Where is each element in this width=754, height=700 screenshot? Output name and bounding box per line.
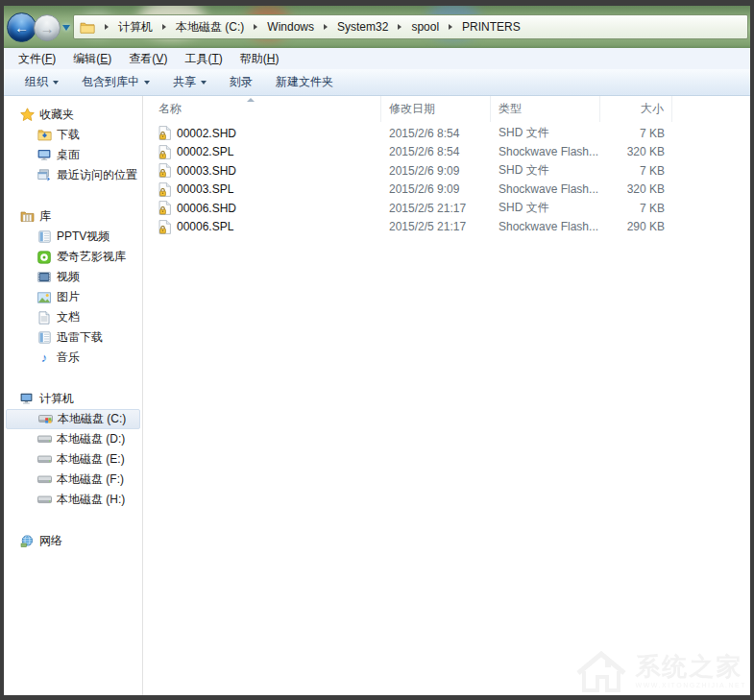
file-size: 7 KB — [600, 164, 672, 178]
breadcrumb-windows[interactable]: Windows — [265, 18, 316, 36]
include-in-library-button[interactable]: 包含到库中 — [70, 74, 161, 90]
sidebar-item-label: 本地磁盘 (E:) — [57, 451, 125, 468]
column-header-label: 类型 — [499, 101, 522, 117]
sidebar-item-favorites[interactable]: 收藏夹 — [4, 105, 142, 125]
iqiyi-icon — [36, 251, 52, 264]
file-list-pane: 名称 修改日期 类型 大小 00002. — [143, 96, 750, 695]
file-modified-date: 2015/2/6 9:09 — [381, 182, 491, 196]
recent-pages-dropdown[interactable] — [62, 25, 70, 31]
drive-icon — [36, 453, 52, 466]
sidebar-item-videos[interactable]: 视频 — [4, 267, 142, 287]
sidebar-item-downloads[interactable]: 下载 — [4, 125, 142, 145]
sidebar-item-label: 最近访问的位置 — [57, 167, 137, 183]
menu-label: 查看( — [129, 52, 156, 65]
breadcrumb-separator-icon — [324, 24, 328, 30]
file-row[interactable]: 00002.SHD 2015/2/6 8:54 SHD 文件 7 KB — [143, 124, 750, 143]
documents-icon — [36, 311, 52, 325]
favorites-section: 收藏夹 下载 — [4, 105, 142, 185]
sidebar-item-network[interactable]: 网络 — [4, 531, 142, 551]
menu-help[interactable]: 帮助(H) — [231, 51, 288, 67]
sidebar-item-local-disk-c[interactable]: 本地磁盘 (C:) — [6, 409, 140, 429]
file-row[interactable]: 00002.SPL 2015/2/6 8:54 Shockwave Flash.… — [143, 143, 750, 162]
sidebar-item-pictures[interactable]: 图片 — [4, 287, 142, 307]
sidebar-item-local-disk-h[interactable]: 本地磁盘 (H:) — [4, 490, 142, 510]
file-row[interactable]: 00006.SHD 2015/2/5 21:17 SHD 文件 7 KB — [143, 199, 750, 218]
sidebar-item-pptv-video-library[interactable]: PPTV视频 — [4, 227, 142, 247]
libraries-section: 库 PPTV视频 — [4, 206, 142, 368]
breadcrumb-separator-icon — [449, 24, 452, 30]
new-folder-button[interactable]: 新建文件夹 — [264, 74, 345, 90]
drive-icon — [36, 473, 52, 486]
organize-button[interactable]: 组织 — [13, 74, 70, 90]
sidebar-item-local-disk-e[interactable]: 本地磁盘 (E:) — [4, 449, 142, 470]
file-modified-date: 2015/2/5 21:17 — [381, 202, 491, 215]
breadcrumb-computer[interactable]: 计算机 — [116, 17, 155, 37]
column-header-date-modified[interactable]: 修改日期 — [381, 96, 491, 122]
locked-file-icon — [158, 145, 171, 159]
sidebar-item-recent-places[interactable]: 最近访问的位置 — [4, 165, 142, 185]
sidebar-item-local-disk-d[interactable]: 本地磁盘 (D:) — [4, 429, 142, 449]
file-modified-date: 2015/2/5 21:17 — [381, 220, 491, 233]
column-headers: 名称 修改日期 类型 大小 — [143, 96, 750, 122]
column-header-name[interactable]: 名称 — [143, 96, 381, 122]
column-header-label: 修改日期 — [389, 101, 435, 117]
sidebar-item-computer[interactable]: 计算机 — [4, 389, 142, 409]
menu-file[interactable]: 文件(F) — [10, 51, 64, 67]
menu-edit[interactable]: 编辑(E) — [64, 51, 120, 67]
file-type: Shockwave Flash... — [491, 182, 600, 196]
sidebar-item-desktop[interactable]: 桌面 — [4, 145, 142, 165]
file-row[interactable]: 00003.SPL 2015/2/6 9:09 Shockwave Flash.… — [143, 181, 750, 200]
menu-label: ) — [275, 52, 279, 65]
locked-file-icon — [158, 220, 171, 234]
breadcrumb-spool[interactable]: spool — [409, 18, 441, 36]
window-chrome: ← → 计算机 本地磁盘 (C:) Windows — [4, 6, 750, 48]
menu-view[interactable]: 查看(V) — [120, 51, 176, 67]
sidebar-item-thunder-downloads-library[interactable]: 迅雷下载 — [4, 327, 142, 348]
file-name: 00002.SHD — [177, 127, 236, 140]
forward-button[interactable]: → — [34, 14, 61, 41]
computer-icon — [19, 393, 35, 405]
sidebar-item-label: 桌面 — [57, 147, 80, 163]
back-button[interactable]: ← — [7, 12, 36, 42]
file-size: 7 KB — [600, 202, 672, 215]
file-type: Shockwave Flash... — [491, 220, 600, 233]
libraries-icon — [19, 210, 35, 223]
locked-file-icon — [158, 126, 171, 140]
sidebar-item-label: 文档 — [57, 309, 80, 326]
file-modified-date: 2015/2/6 8:54 — [381, 127, 491, 140]
sidebar-item-libraries[interactable]: 库 — [4, 206, 142, 227]
breadcrumb-printers[interactable]: PRINTERS — [460, 18, 523, 36]
file-row[interactable]: 00003.SHD 2015/2/6 9:09 SHD 文件 7 KB — [143, 161, 750, 181]
menu-tools[interactable]: 工具(T) — [176, 51, 231, 67]
download-folder-icon — [36, 129, 52, 141]
column-header-filler — [672, 96, 750, 122]
sidebar-item-iqiyi-library[interactable]: 爱奇艺影视库 — [4, 247, 142, 267]
sidebar-item-label: 迅雷下载 — [57, 329, 103, 346]
include-in-library-label: 包含到库中 — [82, 74, 139, 90]
breadcrumb-local-disk-c[interactable]: 本地磁盘 (C:) — [174, 17, 246, 37]
sidebar-item-label: 本地磁盘 (F:) — [57, 471, 124, 488]
sidebar-item-label: 爱奇艺影视库 — [57, 249, 126, 265]
breadcrumb-separator-icon — [398, 24, 401, 30]
sidebar-item-music[interactable]: ♪ 音乐 — [4, 348, 142, 368]
breadcrumb-system32[interactable]: System32 — [335, 18, 390, 36]
address-bar[interactable]: 计算机 本地磁盘 (C:) Windows System32 spool PRI… — [73, 14, 748, 39]
burn-label: 刻录 — [230, 74, 253, 90]
menu-label: 工具( — [184, 52, 211, 65]
column-header-size[interactable]: 大小 — [600, 96, 672, 122]
star-icon — [19, 108, 35, 122]
sidebar-item-label: 网络 — [39, 533, 62, 549]
file-modified-date: 2015/2/6 9:09 — [381, 164, 491, 178]
file-type: Shockwave Flash... — [491, 145, 600, 158]
sidebar-item-local-disk-f[interactable]: 本地磁盘 (F:) — [4, 470, 142, 490]
sidebar-item-label: 下载 — [57, 127, 80, 143]
file-row[interactable]: 00006.SPL 2015/2/5 21:17 Shockwave Flash… — [143, 218, 750, 237]
sidebar-item-documents[interactable]: 文档 — [4, 307, 142, 327]
share-button[interactable]: 共享 — [161, 74, 218, 90]
forward-arrow-icon: → — [40, 21, 55, 36]
column-header-type[interactable]: 类型 — [491, 96, 600, 122]
column-header-label: 名称 — [158, 101, 182, 117]
network-section: 网络 — [4, 531, 142, 551]
burn-button[interactable]: 刻录 — [218, 74, 264, 90]
folder-icon — [80, 21, 95, 34]
